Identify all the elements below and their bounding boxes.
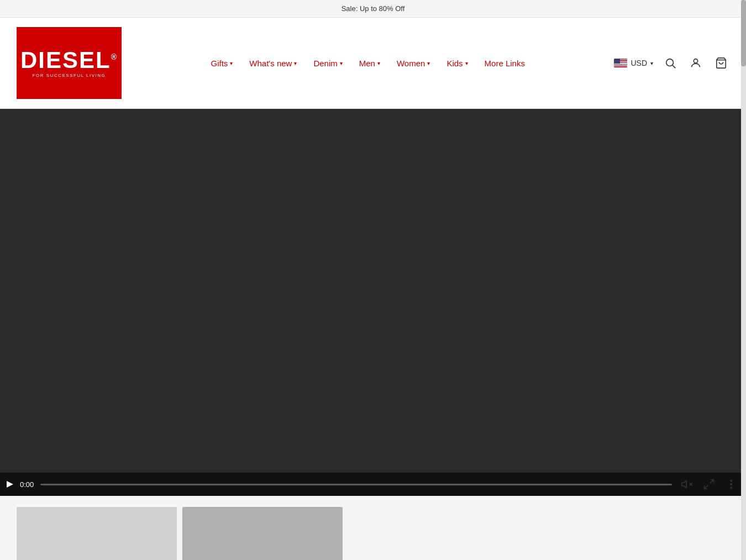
chevron-down-icon: ▾ (230, 60, 233, 66)
play-button[interactable] (7, 481, 13, 488)
header: DIESEL® FOR SUCCESSFUL LIVING Gifts ▾ Wh… (0, 18, 746, 109)
announcement-text: Sale: Up to 80% Off (342, 4, 405, 13)
logo[interactable]: DIESEL® FOR SUCCESSFUL LIVING (17, 27, 122, 99)
nav-item-kids[interactable]: Kids ▾ (446, 59, 467, 68)
svg-line-1 (673, 65, 675, 68)
play-icon (7, 481, 13, 488)
search-icon (664, 57, 676, 69)
scrollbar-thumb[interactable] (741, 0, 746, 66)
chevron-down-icon: ▾ (340, 60, 343, 66)
search-button[interactable] (662, 55, 679, 71)
logo-tagline: FOR SUCCESSFUL LIVING (33, 73, 106, 78)
nav-item-more-links[interactable]: More Links (485, 59, 525, 68)
video-player[interactable] (0, 109, 746, 496)
logo-area[interactable]: DIESEL® FOR SUCCESSFUL LIVING (17, 27, 122, 99)
main-nav: Gifts ▾ What's new ▾ Denim ▾ Men ▾ Women… (122, 59, 614, 68)
svg-point-2 (694, 59, 697, 63)
cart-icon (715, 57, 727, 69)
currency-code: USD (631, 59, 647, 67)
chevron-down-icon: ▾ (465, 60, 468, 66)
cart-button[interactable] (713, 55, 729, 71)
nav-item-whats-new[interactable]: What's new ▾ (249, 59, 297, 68)
chevron-down-icon: ▾ (377, 60, 380, 66)
video-section: 0:00 (0, 109, 746, 496)
svg-point-0 (666, 59, 674, 66)
account-icon (690, 57, 702, 69)
svg-marker-4 (682, 481, 686, 488)
chevron-down-icon: ▾ (427, 60, 430, 66)
video-time: 0:00 (20, 480, 34, 489)
nav-item-gifts[interactable]: Gifts ▾ (211, 59, 233, 68)
header-icons: USD ▾ (614, 55, 729, 71)
nav-item-denim[interactable]: Denim ▾ (313, 59, 342, 68)
svg-line-7 (710, 480, 713, 483)
nav-item-women[interactable]: Women ▾ (397, 59, 430, 68)
svg-point-9 (731, 480, 732, 482)
video-progress-bar[interactable] (40, 484, 672, 485)
mute-icon (681, 478, 693, 490)
currency-selector[interactable]: USD ▾ (614, 59, 653, 67)
thumbnail-1[interactable] (17, 507, 177, 560)
svg-point-10 (731, 484, 732, 485)
thumbnail-2[interactable] (182, 507, 343, 560)
chevron-down-icon: ▾ (294, 60, 297, 66)
svg-line-8 (705, 485, 708, 489)
fullscreen-icon (703, 478, 715, 490)
svg-point-11 (731, 487, 732, 489)
fullscreen-button[interactable] (701, 476, 717, 493)
brand-name: DIESEL® (20, 49, 118, 72)
chevron-down-icon: ▾ (650, 60, 653, 66)
video-control-icons (679, 476, 739, 493)
below-video-section (0, 496, 746, 560)
scrollbar[interactable] (741, 0, 746, 560)
more-options-button[interactable] (723, 476, 739, 493)
video-controls: 0:00 (0, 473, 746, 496)
account-button[interactable] (687, 55, 704, 71)
nav-item-men[interactable]: Men ▾ (359, 59, 380, 68)
thumbnail-strip (0, 496, 746, 560)
announcement-bar: Sale: Up to 80% Off (0, 0, 746, 18)
mute-button[interactable] (679, 476, 695, 493)
flag-icon (614, 59, 627, 67)
more-options-icon (725, 478, 737, 490)
